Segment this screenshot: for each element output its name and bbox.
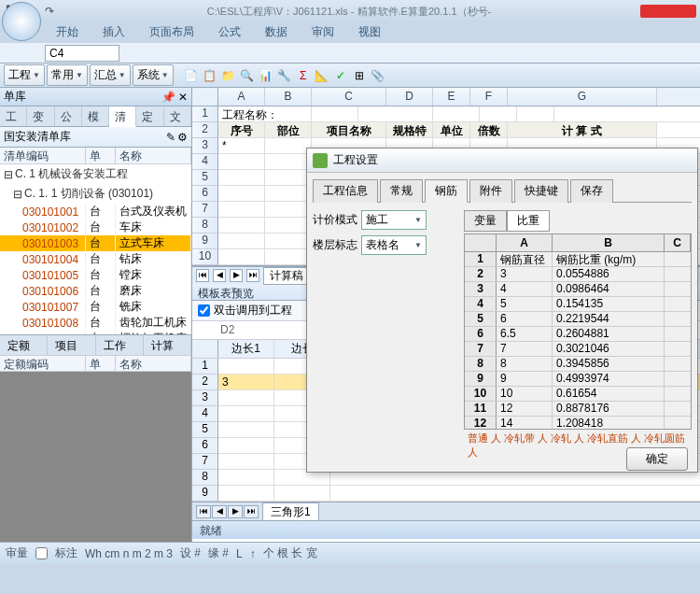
foot-review[interactable]: 审量 bbox=[6, 545, 28, 561]
grid-data-row[interactable]: 340.0986464 bbox=[465, 282, 691, 297]
grid-data-row[interactable]: 66.50.2604881 bbox=[465, 327, 691, 342]
redo-icon[interactable]: ↷ bbox=[41, 3, 58, 20]
rebar-grid[interactable]: A B C 1 钢筋直径 钢筋比重 (kg/m) 230.0554886340.… bbox=[464, 233, 692, 430]
ltab-project[interactable]: 工程 bbox=[0, 106, 27, 126]
nav-prev-icon[interactable]: ◀ bbox=[213, 269, 226, 282]
col2-code[interactable]: 定额编码 bbox=[0, 356, 86, 371]
tool-drop-summary[interactable]: 汇总▼ bbox=[90, 64, 131, 86]
cell[interactable] bbox=[554, 106, 700, 121]
col2-unit[interactable]: 单位 bbox=[86, 356, 116, 371]
ribbon-tab-home[interactable]: 开始 bbox=[45, 21, 90, 43]
tool-icon-3[interactable]: 📁 bbox=[220, 67, 237, 84]
cell[interactable]: 工程名称： bbox=[218, 106, 312, 121]
dtab-hotkey[interactable]: 快捷键 bbox=[514, 179, 568, 203]
collapse-icon[interactable]: ⊟ bbox=[4, 168, 13, 181]
cell[interactable]: 规格特征 bbox=[386, 122, 433, 137]
ok-button[interactable]: 确定 bbox=[626, 447, 688, 471]
sheet-tab-triangle[interactable]: 三角形1 bbox=[262, 502, 319, 521]
ribbon-tab-formula[interactable]: 公式 bbox=[207, 21, 252, 43]
lib-config-icon[interactable]: ⚙ bbox=[177, 131, 188, 144]
tree-row[interactable]: 030101006台磨床 bbox=[0, 283, 191, 299]
col-header[interactable]: A bbox=[218, 88, 265, 106]
dtab-save[interactable]: 保存 bbox=[570, 179, 613, 203]
tool-drop-system[interactable]: 系统▼ bbox=[133, 64, 174, 86]
ribbon-tab-review[interactable]: 审阅 bbox=[301, 21, 345, 43]
calc-cell[interactable] bbox=[218, 390, 274, 405]
close-icon[interactable]: ✕ bbox=[178, 91, 188, 104]
collapse-icon[interactable]: ⊟ bbox=[13, 188, 22, 201]
grid-data-row[interactable]: 990.4993974 bbox=[465, 372, 691, 387]
foot-annotate[interactable]: 标注 bbox=[55, 545, 77, 561]
cell[interactable] bbox=[218, 186, 265, 201]
col-header[interactable]: F bbox=[470, 88, 508, 106]
ribbon-tab-layout[interactable]: 页面布局 bbox=[138, 21, 205, 43]
tool-icon-sigma[interactable]: Σ bbox=[295, 67, 312, 84]
cell[interactable] bbox=[265, 170, 312, 185]
col-header[interactable]: C bbox=[312, 88, 386, 106]
btab-quota-guide[interactable]: 定额指引 bbox=[0, 335, 48, 355]
row-header[interactable]: 4 bbox=[192, 154, 218, 170]
col-header[interactable]: B bbox=[265, 88, 312, 106]
row-header[interactable]: 8 bbox=[192, 218, 218, 233]
ribbon-tab-data[interactable]: 数据 bbox=[254, 21, 299, 43]
tree-row[interactable]: 030101007台铣床 bbox=[0, 299, 191, 315]
cell[interactable] bbox=[433, 106, 480, 121]
col-header[interactable]: E bbox=[433, 88, 470, 106]
tree-row[interactable]: 030101004台钻床 bbox=[0, 251, 191, 267]
tool-icon-5[interactable]: 📊 bbox=[258, 67, 274, 84]
grid-data-row[interactable]: 450.154135 bbox=[465, 297, 691, 312]
ltab-text[interactable]: 文字 bbox=[164, 106, 191, 126]
calc-cell[interactable]: 3 bbox=[218, 375, 274, 389]
tool-icon-8[interactable]: ⊞ bbox=[351, 67, 368, 84]
grid-data-row[interactable]: 880.3945856 bbox=[465, 357, 691, 372]
foot-edge[interactable]: 缘 # bbox=[208, 545, 229, 561]
row-header[interactable]: 6 bbox=[192, 186, 218, 202]
dtab-info[interactable]: 工程信息 bbox=[313, 179, 378, 203]
grid-data-row[interactable]: 12141.208418 bbox=[465, 417, 691, 430]
tree-row[interactable]: 030101002台车床 bbox=[0, 219, 191, 235]
tool-icon-7[interactable]: 📐 bbox=[314, 67, 330, 84]
tool-icon-6[interactable]: 🔧 bbox=[276, 67, 293, 84]
ltab-list[interactable]: 清单 bbox=[109, 106, 136, 127]
row-header[interactable]: 7 bbox=[192, 202, 218, 218]
tool-icon-9[interactable]: 📎 bbox=[370, 67, 386, 84]
cell[interactable] bbox=[358, 106, 433, 121]
calc-row-header[interactable]: 9 bbox=[192, 486, 218, 502]
row-header[interactable]: 5 bbox=[192, 170, 218, 186]
nav-last-icon[interactable]: ⏭ bbox=[246, 269, 259, 282]
grid-col-c[interactable]: C bbox=[665, 234, 691, 251]
grid-data-row[interactable]: 11120.8878176 bbox=[465, 402, 691, 417]
office-button[interactable] bbox=[2, 2, 41, 41]
cell[interactable]: 部位 bbox=[265, 122, 312, 137]
tree-row[interactable]: 030101003台立式车床 bbox=[0, 235, 191, 251]
foot-annotate-check[interactable] bbox=[35, 547, 48, 559]
row-header[interactable]: 10 bbox=[192, 249, 218, 265]
tool-drop-project[interactable]: 工程▼ bbox=[4, 64, 45, 86]
cell[interactable] bbox=[265, 233, 312, 248]
cell[interactable] bbox=[218, 202, 265, 217]
calc-row-header[interactable]: 3 bbox=[192, 390, 218, 406]
calc-cell[interactable] bbox=[218, 486, 274, 501]
cell[interactable] bbox=[218, 154, 265, 169]
btab-features[interactable]: 项目特征 bbox=[48, 335, 95, 355]
ribbon-tab-insert[interactable]: 插入 bbox=[91, 21, 136, 43]
cell[interactable] bbox=[265, 202, 312, 217]
calc-cell[interactable] bbox=[218, 470, 274, 485]
cell[interactable] bbox=[480, 106, 517, 121]
rtab-weight[interactable]: 比重 bbox=[507, 210, 550, 232]
grid-col-b[interactable]: B bbox=[553, 234, 665, 251]
price-mode-combo[interactable]: 施工▼ bbox=[361, 210, 427, 230]
cell[interactable] bbox=[218, 233, 265, 248]
ltab-quota[interactable]: 定额 bbox=[136, 106, 163, 126]
tree-row[interactable]: 030101001台台式及仪表机 bbox=[0, 204, 191, 219]
tree-cat-2[interactable]: ⊟C. 1. 1 切削设备 (030101) bbox=[0, 184, 191, 204]
cell[interactable] bbox=[265, 138, 312, 153]
row-header[interactable]: 2 bbox=[192, 122, 218, 138]
calc-cell[interactable] bbox=[218, 406, 274, 421]
cell[interactable] bbox=[218, 218, 265, 233]
cell[interactable] bbox=[265, 218, 312, 233]
row-header[interactable]: 3 bbox=[192, 138, 218, 154]
calc-row-header[interactable]: 8 bbox=[192, 470, 218, 486]
col-unit[interactable]: 单位 bbox=[86, 148, 116, 163]
calc-row-header[interactable]: 6 bbox=[192, 438, 218, 454]
